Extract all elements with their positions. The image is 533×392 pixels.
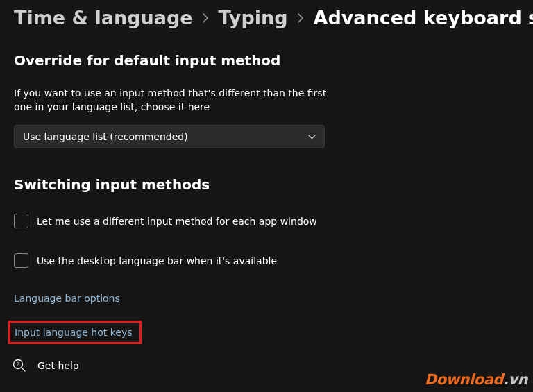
get-help-label: Get help (37, 360, 79, 371)
breadcrumb-current: Advanced keyboard settings (314, 7, 533, 28)
desktop-language-bar-label: Use the desktop language bar when it's a… (37, 255, 277, 266)
chevron-down-icon (308, 133, 316, 142)
chevron-right-icon (298, 13, 304, 23)
input-method-dropdown[interactable]: Use language list (recommended) (14, 125, 325, 148)
override-description: If you want to use an input method that'… (14, 87, 333, 114)
watermark-tld: .vn (503, 371, 527, 388)
input-language-hot-keys-link[interactable]: Input language hot keys (8, 321, 142, 344)
desktop-language-bar-checkbox-row[interactable]: Use the desktop language bar when it's a… (14, 253, 519, 268)
watermark: Download.vn (425, 371, 527, 388)
help-icon: ? (12, 359, 26, 373)
breadcrumb: Time & language Typing Advanced keyboard… (14, 7, 519, 28)
watermark-brand: Download (425, 371, 503, 388)
breadcrumb-typing[interactable]: Typing (219, 7, 288, 28)
breadcrumb-time-language[interactable]: Time & language (14, 7, 193, 28)
chevron-right-icon (203, 13, 209, 23)
checkbox-icon[interactable] (14, 214, 28, 228)
checkbox-icon[interactable] (14, 253, 28, 268)
language-bar-options-link[interactable]: Language bar options (14, 293, 120, 304)
override-section-title: Override for default input method (14, 52, 519, 69)
dropdown-value: Use language list (recommended) (23, 131, 188, 142)
per-app-input-label: Let me use a different input method for … (37, 216, 317, 227)
svg-text:?: ? (17, 361, 19, 368)
get-help-row[interactable]: ? Get help (12, 359, 79, 373)
switching-section-title: Switching input methods (14, 176, 519, 193)
per-app-input-checkbox-row[interactable]: Let me use a different input method for … (14, 214, 519, 228)
